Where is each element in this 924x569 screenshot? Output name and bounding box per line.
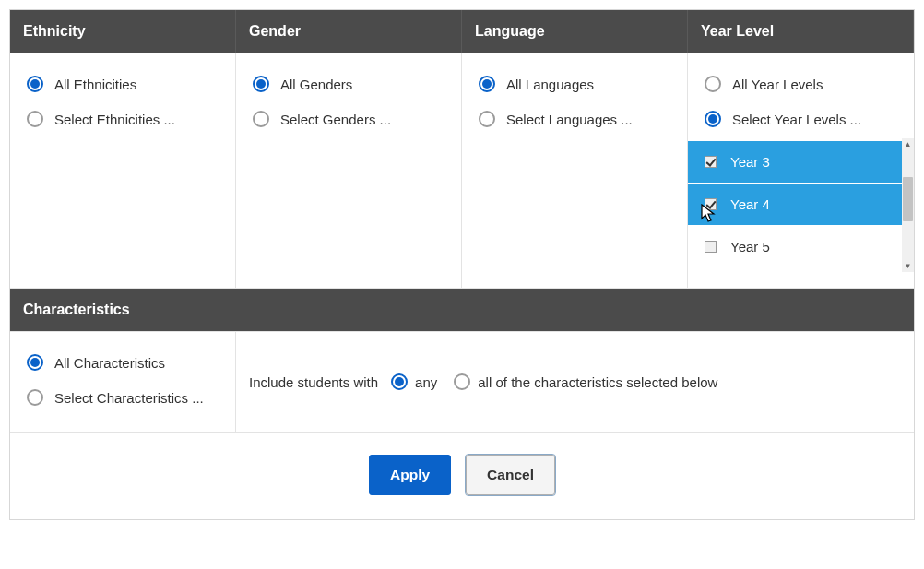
radio-label: any [415, 374, 437, 390]
year-level-all-radio[interactable]: All Year Levels [697, 68, 905, 100]
characteristics-left: All Characteristics Select Characteristi… [10, 332, 236, 432]
option-label: Year 4 [730, 196, 770, 212]
radio-label: All Ethnicities [54, 77, 136, 92]
language-all-radio[interactable]: All Languages [471, 68, 678, 100]
characteristics-section: Characteristics All Characteristics Sele… [10, 288, 914, 432]
option-label: Year 3 [730, 154, 770, 170]
characteristics-right: Include students with any all of the cha… [236, 332, 914, 432]
gender-body: All Genders Select Genders ... [236, 53, 462, 288]
radio-label: All Year Levels [732, 77, 823, 92]
language-select-radio[interactable]: Select Languages ... [471, 103, 678, 135]
characteristics-select-radio[interactable]: Select Characteristics ... [19, 382, 226, 413]
radio-label: All Characteristics [54, 355, 165, 371]
radio-icon [253, 111, 269, 127]
radio-label: all of the characteristics selected belo… [478, 374, 717, 390]
checkbox-icon[interactable] [705, 198, 717, 210]
radio-label: All Genders [280, 77, 352, 92]
radio-label: Select Genders ... [280, 112, 391, 127]
year-level-body: All Year Levels Select Year Levels ... Y… [688, 53, 914, 288]
scroll-down-icon[interactable]: ▼ [902, 260, 914, 272]
characteristics-header: Characteristics [10, 289, 914, 331]
gender-header: Gender [236, 10, 462, 53]
gender-select-radio[interactable]: Select Genders ... [245, 103, 452, 135]
dialog-footer: Apply Cancel [10, 432, 914, 519]
option-label: Year 5 [730, 239, 770, 255]
radio-icon [454, 373, 470, 390]
radio-label: Select Year Levels ... [732, 112, 861, 127]
radio-icon [27, 354, 43, 371]
radio-icon [27, 389, 43, 406]
year-level-list-wrapper: Year 3 Year 4 Year 5 ▲ [697, 138, 905, 272]
apply-button[interactable]: Apply [369, 455, 451, 495]
language-body: All Languages Select Languages ... [462, 53, 688, 288]
radio-icon [705, 76, 721, 92]
radio-label: Select Characteristics ... [54, 390, 204, 406]
checkbox-icon[interactable] [705, 156, 717, 168]
year-level-list[interactable]: Year 3 Year 4 Year 5 [688, 138, 914, 272]
checkbox-icon[interactable] [705, 241, 717, 253]
ethnicity-all-radio[interactable]: All Ethnicities [19, 68, 226, 100]
radio-label: Select Languages ... [506, 112, 633, 127]
filter-dialog: Ethnicity Gender Language Year Level All… [9, 9, 915, 520]
radio-icon [27, 76, 43, 92]
year-level-select-radio[interactable]: Select Year Levels ... [697, 103, 905, 135]
include-mode-any[interactable]: any [391, 373, 437, 390]
scroll-thumb[interactable] [903, 177, 913, 221]
filter-columns: Ethnicity Gender Language Year Level All… [10, 10, 914, 288]
ethnicity-header: Ethnicity [10, 10, 236, 53]
year-level-option[interactable]: Year 4 [688, 184, 914, 226]
gender-all-radio[interactable]: All Genders [245, 68, 452, 100]
radio-icon [27, 111, 43, 127]
scroll-up-icon[interactable]: ▲ [902, 138, 914, 150]
characteristics-body: All Characteristics Select Characteristi… [10, 331, 914, 432]
radio-icon [479, 111, 495, 127]
radio-label: Select Ethnicities ... [54, 112, 175, 127]
cancel-button[interactable]: Cancel [466, 455, 555, 495]
radio-icon [479, 76, 495, 92]
year-level-header: Year Level [688, 10, 914, 53]
radio-label: All Languages [506, 77, 594, 92]
ethnicity-body: All Ethnicities Select Ethnicities ... [10, 53, 236, 288]
radio-icon [391, 373, 408, 390]
year-level-option[interactable]: Year 3 [688, 141, 914, 184]
year-level-scrollbar[interactable]: ▲ ▼ [902, 138, 914, 272]
characteristics-all-radio[interactable]: All Characteristics [19, 347, 226, 378]
year-level-option[interactable]: Year 5 [688, 226, 914, 268]
ethnicity-select-radio[interactable]: Select Ethnicities ... [19, 103, 226, 135]
language-header: Language [462, 10, 688, 53]
include-mode-all[interactable]: all of the characteristics selected belo… [454, 373, 717, 390]
radio-icon [253, 76, 269, 92]
radio-icon [705, 111, 721, 127]
include-label: Include students with [249, 374, 378, 390]
